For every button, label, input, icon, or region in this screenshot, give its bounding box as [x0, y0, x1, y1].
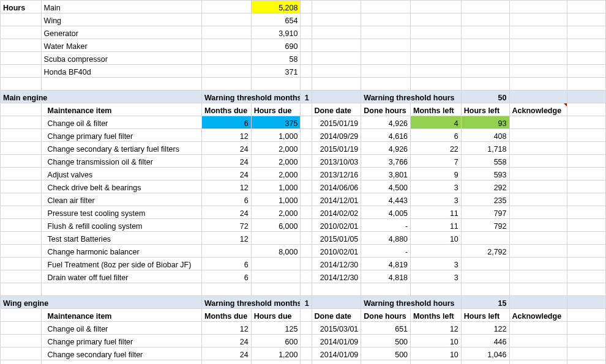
done-date[interactable]: 2014/12/01 — [312, 193, 361, 206]
col-months-left[interactable]: Months left — [411, 103, 462, 116]
acknowledge-cell[interactable] — [509, 180, 567, 193]
acknowledge-cell[interactable] — [509, 270, 567, 283]
done-hours[interactable]: - — [361, 219, 411, 232]
hours-due[interactable]: 6,000 — [251, 219, 301, 232]
acknowledge-cell[interactable] — [509, 142, 567, 155]
acknowledge-cell[interactable] — [509, 335, 567, 347]
equipment-hours[interactable]: 371 — [251, 65, 301, 78]
done-hours[interactable]: 4,818 — [361, 270, 411, 283]
done-date[interactable]: 2015/01/05 — [312, 232, 361, 245]
done-hours[interactable]: 4,926 — [361, 116, 411, 129]
acknowledge-cell[interactable] — [509, 129, 567, 142]
hours-left[interactable]: 558 — [461, 155, 509, 168]
months-due[interactable]: 6 — [201, 116, 251, 129]
maintenance-item[interactable]: Change oil & filter — [41, 322, 201, 335]
hours-left[interactable]: 235 — [461, 193, 509, 206]
months-left[interactable]: 11 — [411, 206, 462, 219]
col-hours-left[interactable]: Hours left — [461, 309, 509, 322]
equipment-hours[interactable]: 58 — [251, 52, 301, 65]
warn-months-label[interactable]: Warning threshold months — [201, 296, 300, 309]
warn-hours-label[interactable]: Warning threshold hours — [361, 91, 461, 103]
equipment-name[interactable]: Honda BF40d — [41, 65, 201, 78]
acknowledge-cell[interactable] — [509, 219, 567, 232]
done-date[interactable]: 2014/06/06 — [312, 180, 361, 193]
hours-due[interactable]: 2,000 — [251, 168, 301, 180]
maintenance-item[interactable]: Change transmission oil & filter — [41, 155, 201, 168]
hours-due[interactable]: 2,000 — [251, 206, 301, 219]
col-maintenance-item[interactable]: Maintenance item — [41, 309, 201, 322]
hours-left[interactable]: 292 — [461, 180, 509, 193]
done-hours[interactable]: 4,616 — [361, 129, 411, 142]
equipment-hours[interactable]: 690 — [251, 39, 301, 52]
months-due[interactable]: 12 — [201, 322, 251, 335]
months-due[interactable]: 24 — [201, 168, 251, 180]
equipment-name[interactable]: Water Maker — [41, 39, 201, 52]
acknowledge-cell[interactable] — [509, 322, 567, 335]
equipment-name[interactable]: Main — [41, 1, 201, 13]
maintenance-item[interactable]: Adjust valves — [41, 168, 201, 180]
acknowledge-cell[interactable] — [509, 206, 567, 219]
months-left[interactable]: 10 — [411, 347, 462, 360]
hours-left[interactable] — [461, 232, 509, 245]
hours-left[interactable]: 593 — [461, 168, 509, 180]
done-date[interactable]: 2014/01/09 — [312, 347, 361, 360]
months-left[interactable]: 7 — [411, 155, 462, 168]
col-hours-left[interactable]: Hours left — [461, 103, 509, 116]
col-done-hours[interactable]: Done hours — [361, 309, 411, 322]
months-due[interactable]: 24 — [201, 142, 251, 155]
hours-due[interactable]: 2,000 — [251, 155, 301, 168]
maintenance-item[interactable]: Flush & refill cooling system — [41, 219, 201, 232]
hours-left[interactable]: 93 — [461, 116, 509, 129]
acknowledge-cell[interactable] — [509, 193, 567, 206]
hours-due[interactable]: 8,000 — [251, 245, 301, 258]
acknowledge-cell[interactable] — [509, 168, 567, 180]
col-maintenance-item[interactable]: Maintenance item — [41, 103, 201, 116]
col-hours-due[interactable]: Hours due — [251, 309, 301, 322]
maintenance-item[interactable]: Drain water off fuel filter — [41, 270, 201, 283]
hours-due[interactable]: 2,000 — [251, 142, 301, 155]
hours-due[interactable]: 1,000 — [251, 193, 301, 206]
hours-due[interactable]: 375 — [251, 116, 301, 129]
maintenance-item[interactable]: Test start Batteries — [41, 232, 201, 245]
done-hours[interactable]: 500 — [361, 335, 411, 347]
months-due[interactable]: 24 — [201, 347, 251, 360]
col-done-date[interactable]: Done date — [312, 309, 361, 322]
hours-left[interactable]: 446 — [461, 335, 509, 347]
months-due[interactable]: 12 — [201, 180, 251, 193]
hours-due[interactable] — [251, 232, 301, 245]
months-due[interactable]: 6 — [201, 270, 251, 283]
done-hours[interactable]: 3,801 — [361, 168, 411, 180]
maintenance-item[interactable]: Change harmonic balancer — [41, 245, 201, 258]
equipment-hours[interactable]: 654 — [251, 13, 301, 26]
acknowledge-cell[interactable] — [509, 232, 567, 245]
months-left[interactable]: 22 — [411, 142, 462, 155]
hours-left[interactable] — [461, 270, 509, 283]
months-left[interactable]: 11 — [411, 219, 462, 232]
maintenance-item[interactable]: Change secondary & tertiary fuel filters — [41, 142, 201, 155]
done-date[interactable]: 2014/12/30 — [312, 258, 361, 270]
done-hours[interactable]: 4,926 — [361, 142, 411, 155]
done-date[interactable]: 2010/02/01 — [312, 219, 361, 232]
months-due[interactable]: 6 — [201, 193, 251, 206]
months-due[interactable] — [201, 245, 251, 258]
done-hours[interactable]: 3,766 — [361, 155, 411, 168]
done-date[interactable]: 2013/10/03 — [312, 155, 361, 168]
acknowledge-cell[interactable] — [509, 245, 567, 258]
equipment-name[interactable]: Wing — [41, 13, 201, 26]
hours-left[interactable]: 1,718 — [461, 142, 509, 155]
equipment-hours[interactable]: 3,910 — [251, 26, 301, 39]
done-date[interactable]: 2015/01/19 — [312, 142, 361, 155]
done-hours[interactable]: - — [361, 245, 411, 258]
months-due[interactable]: 72 — [201, 219, 251, 232]
acknowledge-cell[interactable] — [509, 116, 567, 129]
done-date[interactable]: 2014/01/09 — [312, 335, 361, 347]
acknowledge-cell[interactable] — [509, 155, 567, 168]
hours-left[interactable]: 1,772 — [461, 360, 509, 365]
maintenance-item[interactable]: Fuel Treatment (8oz per side of Biobar J… — [41, 258, 201, 270]
maintenance-item[interactable]: Change oil & filter — [41, 116, 201, 129]
done-hours[interactable]: 4,819 — [361, 258, 411, 270]
months-due[interactable]: 24 — [201, 155, 251, 168]
equipment-hours[interactable]: 5,208 — [251, 1, 301, 13]
warn-months-value[interactable]: 1 — [301, 296, 312, 309]
hours-due[interactable] — [251, 270, 301, 283]
